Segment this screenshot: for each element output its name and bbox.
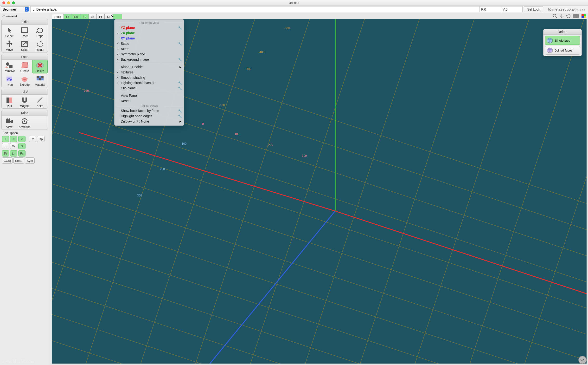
- axis-tick: 100: [182, 142, 186, 145]
- local-toggle[interactable]: L: [2, 143, 9, 149]
- lv-panel: L&V Pull Magnet Knife: [1, 89, 48, 109]
- rope-select-tool[interactable]: Rope: [32, 25, 48, 39]
- armature-tool[interactable]: Armature: [17, 116, 33, 130]
- axis-tick: -600: [284, 27, 290, 30]
- magnet-tool[interactable]: Magnet: [17, 95, 33, 108]
- svg-line-52: [509, 19, 587, 364]
- pull-tool[interactable]: Pull: [2, 95, 17, 108]
- skill-level-select[interactable]: Beginner ▲▼: [1, 6, 29, 12]
- menu-symmetry-plane[interactable]: ✓Symmetry plane: [115, 51, 184, 57]
- world-toggle[interactable]: W: [10, 143, 17, 149]
- menu-axes[interactable]: ✓Axes: [115, 46, 184, 51]
- delete-face-tool[interactable]: Delete: [32, 60, 48, 73]
- menu-yz-plane[interactable]: YZ plane🔧: [115, 25, 184, 30]
- move-tool[interactable]: Move: [2, 39, 17, 52]
- tab-pt[interactable]: Pt: [63, 14, 72, 19]
- tab-fr[interactable]: Fr: [96, 14, 105, 19]
- face-panel: Face Primitive Create Delete Invert Extr…: [1, 54, 48, 87]
- svg-rect-8: [39, 76, 41, 78]
- svg-rect-7: [37, 76, 39, 78]
- scale-tool[interactable]: Scale: [17, 39, 33, 52]
- svg-line-56: [171, 211, 335, 364]
- axis-x-toggle[interactable]: X: [2, 136, 9, 142]
- menu-open-edges[interactable]: Highlight open edges🔧: [115, 113, 184, 119]
- menu-background-image[interactable]: ✓Background image🔧: [115, 57, 184, 62]
- svg-line-34: [52, 150, 587, 342]
- wrench-icon: 🔧: [178, 86, 182, 90]
- svg-point-14: [6, 119, 8, 120]
- layout-icon[interactable]: [573, 14, 580, 19]
- cobj-button[interactable]: CObj: [2, 157, 13, 164]
- tab-fc[interactable]: Fc: [80, 14, 89, 19]
- face-toggle[interactable]: Fc: [18, 150, 26, 156]
- extrude-icon: [19, 74, 30, 83]
- menu-display-unit[interactable]: Display unit : None▶: [115, 119, 184, 124]
- primitive-icon: [4, 61, 15, 69]
- invert-icon: [4, 74, 15, 83]
- svg-rect-22: [573, 16, 575, 18]
- menu-textures[interactable]: ✓Textures: [115, 70, 184, 75]
- menu-clip-plane[interactable]: Clip plane🔧: [115, 85, 184, 91]
- svg-rect-25: [581, 14, 584, 16]
- menu-zx-plane[interactable]: ✓ZX plane: [115, 30, 184, 36]
- axis-tick: -300: [245, 67, 251, 71]
- rect-select-tool[interactable]: Rect: [17, 25, 33, 39]
- point-toggle[interactable]: Pt: [2, 150, 9, 156]
- tab-pers[interactable]: Pers: [52, 14, 64, 19]
- menu-view-panel[interactable]: View Panel: [115, 93, 184, 98]
- rc-button[interactable]: Rc: [29, 136, 36, 142]
- axis-z-toggle[interactable]: Z: [18, 136, 26, 142]
- view-tool[interactable]: View: [2, 116, 17, 130]
- viewport-area: Pers Pt Ln Fc Si Fr Di: [49, 13, 588, 365]
- selection-lock-button[interactable]: Sel Lock: [524, 6, 543, 12]
- invert-tool[interactable]: Invert: [2, 73, 17, 87]
- zoom-icon[interactable]: [552, 14, 558, 19]
- vertex-count-readout: V:0: [501, 6, 523, 12]
- rp-button[interactable]: Rp: [37, 136, 45, 142]
- single-face-option[interactable]: Single face: [545, 36, 580, 45]
- joined-faces-option[interactable]: Joined faces: [545, 46, 580, 55]
- svg-point-15: [8, 119, 10, 120]
- menu-reset[interactable]: Reset: [115, 98, 184, 104]
- misc-panel-title: Misc: [2, 110, 48, 116]
- svg-rect-2: [21, 28, 28, 33]
- extrude-tool[interactable]: Extrude: [17, 73, 33, 87]
- create-face-tool[interactable]: Create: [17, 60, 33, 73]
- menu-lighting[interactable]: ✓Lighting direction/color🔧: [115, 80, 184, 85]
- shading-icon[interactable]: [581, 14, 587, 19]
- svg-line-40: [52, 307, 587, 364]
- svg-line-35: [52, 176, 587, 364]
- menu-scale[interactable]: ✓Scale🔧: [115, 41, 184, 46]
- viewport-canvas[interactable]: -300 0 100 200 300 100 200 300 -600 -400…: [52, 19, 587, 364]
- menu-xy-plane[interactable]: XY plane: [115, 36, 184, 41]
- svg-line-41: [52, 333, 587, 364]
- snap-button[interactable]: Snap: [14, 157, 24, 164]
- window-titlebar: Untitled: [0, 0, 588, 6]
- screen-toggle[interactable]: S: [18, 143, 26, 149]
- line-toggle[interactable]: Ln: [10, 150, 17, 156]
- wrench-icon: 🔧: [178, 81, 182, 85]
- material-tool[interactable]: Material: [32, 73, 48, 87]
- select-tool[interactable]: Select: [2, 25, 17, 39]
- tab-si[interactable]: Si: [89, 14, 97, 19]
- knife-tool[interactable]: Knife: [32, 95, 48, 108]
- svg-line-32: [52, 98, 587, 289]
- select-stepper-icon: ▲▼: [25, 7, 29, 12]
- svg-rect-23: [575, 16, 577, 18]
- magnet-icon: [19, 96, 30, 104]
- menu-alpha[interactable]: Alpha : Enable▶: [115, 64, 184, 70]
- orbit-icon[interactable]: [566, 14, 571, 19]
- cx-logo-icon: CX: [578, 356, 587, 364]
- axis-y-toggle[interactable]: Y: [10, 136, 17, 142]
- svg-point-1: [549, 9, 550, 10]
- svg-rect-21: [577, 14, 579, 16]
- primitive-tool[interactable]: Primitive: [2, 60, 17, 73]
- sym-button[interactable]: Sym: [25, 157, 35, 164]
- tab-ln[interactable]: Ln: [72, 14, 80, 19]
- pan-icon[interactable]: [559, 14, 564, 19]
- rotate-tool[interactable]: Rotate: [32, 39, 48, 52]
- menu-back-faces[interactable]: Show back faces by force🔧: [115, 108, 184, 113]
- rotate-icon: [35, 40, 45, 48]
- menu-smooth-shading[interactable]: ✓Smooth shading: [115, 75, 184, 80]
- edit-panel-title: Edit: [2, 19, 48, 25]
